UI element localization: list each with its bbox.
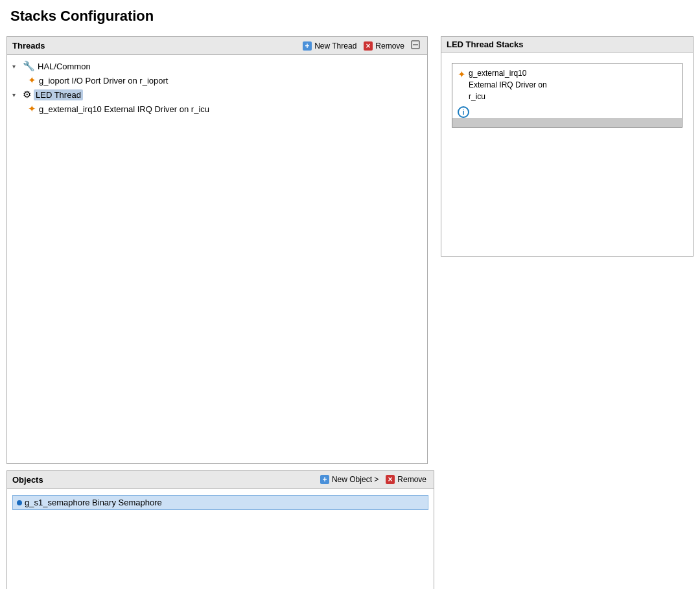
led-thread-label: LED Thread	[34, 89, 83, 100]
svg-text:×: ×	[366, 41, 371, 51]
hal-icon: 🔧	[23, 60, 35, 72]
led-stacks-text: g_external_irq10 External IRQ Driver on …	[469, 67, 547, 102]
new-thread-button[interactable]: + New Thread	[300, 40, 358, 52]
threads-tree: ▾ 🔧 HAL/Common ✦ g_ioport I/O Port Drive…	[7, 55, 427, 159]
collapse-threads-button[interactable]	[409, 40, 422, 52]
led-stacks-item: ✦ g_external_irq10 External IRQ Driver o…	[458, 67, 677, 102]
tree-item-irq[interactable]: ✦ g_external_irq10 External IRQ Driver o…	[12, 102, 422, 116]
tree-item-led-thread[interactable]: ▾ ⚙ LED Thread	[12, 87, 422, 102]
led-stacks-footer	[452, 118, 682, 127]
new-object-button[interactable]: + New Object >	[318, 474, 380, 485]
remove-object-label: Remove	[397, 475, 426, 484]
objects-panel: Objects + New Object > × Remov	[6, 470, 434, 589]
led-stacks-box[interactable]: ✦ g_external_irq10 External IRQ Driver o…	[452, 63, 682, 128]
objects-actions: + New Object > × Remove	[318, 474, 428, 485]
collapse-icon	[411, 40, 420, 51]
info-icon[interactable]: i	[458, 106, 469, 118]
remove-thread-label: Remove	[375, 41, 404, 51]
threads-panel-header: Threads + New Thread × Remove	[7, 37, 427, 55]
page-title: Stacks Configuration	[0, 0, 700, 31]
irq-label: g_external_irq10 External IRQ Driver on …	[39, 104, 209, 114]
threads-panel-title: Threads	[12, 41, 45, 51]
tree-item-ioport[interactable]: ✦ g_ioport I/O Port Driver on r_ioport	[12, 73, 422, 87]
remove-object-button[interactable]: × Remove	[383, 474, 428, 485]
objects-body: g_s1_semaphore Binary Semaphore	[7, 489, 434, 589]
svg-text:+: +	[305, 41, 310, 51]
threads-actions: + New Thread × Remove	[300, 40, 422, 52]
hal-common-label: HAL/Common	[38, 62, 91, 71]
new-thread-icon: +	[302, 41, 312, 51]
remove-object-icon: ×	[385, 474, 395, 485]
semaphore-label: g_s1_semaphore Binary Semaphore	[25, 498, 162, 507]
thread-icon: ⚙	[23, 89, 31, 100]
led-stacks-line2: External IRQ Driver on	[469, 79, 547, 91]
objects-panel-header: Objects + New Object > × Remov	[7, 471, 434, 489]
svg-text:×: ×	[388, 475, 393, 484]
threads-panel: Threads + New Thread × Remove	[6, 36, 428, 464]
svg-text:+: +	[322, 475, 327, 484]
remove-thread-button[interactable]: × Remove	[361, 40, 406, 52]
tree-item-hal[interactable]: ▾ 🔧 HAL/Common	[12, 59, 422, 73]
led-stacks-title: LED Thread Stacks	[447, 40, 524, 49]
led-stacks-panel: LED Thread Stacks ✦ g_external_irq10 Ext…	[441, 36, 694, 257]
objects-panel-title: Objects	[12, 475, 43, 485]
chevron-down-icon: ▾	[12, 63, 20, 70]
led-stacks-header: LED Thread Stacks	[441, 37, 693, 52]
led-stacks-line1: g_external_irq10	[469, 67, 547, 79]
new-object-icon: +	[320, 474, 330, 485]
dot-icon	[17, 500, 22, 505]
chevron-down-icon-led: ▾	[12, 91, 20, 98]
component-icon-irq: ✦	[28, 103, 36, 115]
new-object-label: New Object >	[332, 475, 379, 484]
new-thread-label: New Thread	[314, 41, 356, 51]
component-icon: ✦	[28, 75, 36, 86]
led-stacks-body: ✦ g_external_irq10 External IRQ Driver o…	[441, 52, 693, 138]
led-stacks-line3: r_icu	[469, 91, 547, 102]
remove-thread-icon: ×	[363, 41, 373, 51]
led-stacks-component-icon: ✦	[458, 69, 466, 80]
ioport-label: g_ioport I/O Port Driver on r_ioport	[39, 76, 168, 86]
objects-selected-item[interactable]: g_s1_semaphore Binary Semaphore	[12, 495, 428, 510]
